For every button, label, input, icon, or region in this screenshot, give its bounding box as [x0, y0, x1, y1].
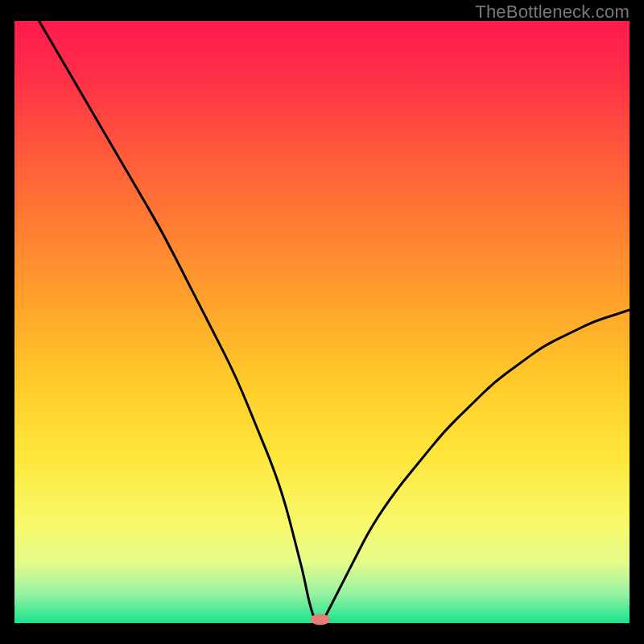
- watermark-text: TheBottleneck.com: [475, 2, 630, 23]
- gradient-background: [14, 21, 630, 623]
- bottleneck-plot: [0, 0, 644, 644]
- minimum-marker: [311, 614, 330, 625]
- chart-frame: TheBottleneck.com: [0, 0, 644, 644]
